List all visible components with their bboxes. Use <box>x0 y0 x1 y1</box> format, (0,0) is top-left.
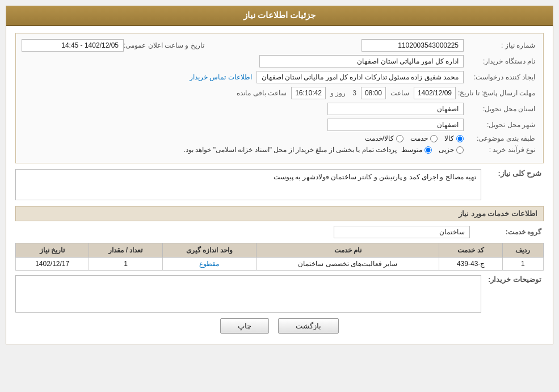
service-table: ردیف کد خدمت نام خدمت واحد اندازه گیری ت… <box>15 243 544 271</box>
deadline-label: مهلت ارسال پاسخ: تا تاریخ: <box>458 89 537 97</box>
province-label: استان محل تحویل: <box>464 105 537 113</box>
services-section-title: اطلاعات خدمات مورد نیاز <box>15 206 544 221</box>
deadline-remaining-time: 16:10:42 <box>291 87 326 99</box>
row-category: طبقه بندی موضوعی: کالا خدمت کالا/خدمت <box>22 134 537 142</box>
service-group-label: گروه خدمت: <box>470 228 544 236</box>
city-value: اصفهان <box>327 119 464 131</box>
row-service-group: گروه خدمت: ساختمان <box>15 226 544 238</box>
purchase-radio-motavaset[interactable] <box>424 146 432 154</box>
col-rownum: ردیف <box>502 243 543 258</box>
cell-service-code: ج-43-439 <box>439 258 502 271</box>
col-service-name: نام خدمت <box>257 243 439 258</box>
purchase-option-jozi: جزیی <box>439 146 464 154</box>
row-creator: ایجاد کننده درخواست: محمد شفیق زاده مسئو… <box>22 71 537 83</box>
cell-unit: مقطوع <box>162 258 257 271</box>
announcement-value: 1402/12/05 - 14:45 <box>22 39 124 52</box>
purchase-note: پرداخت تمام یا بخشی از مبلغ خریدار از مح… <box>184 146 397 154</box>
category-radio-kala[interactable] <box>456 135 464 142</box>
buttons-row: بازگشت چاپ <box>15 318 544 334</box>
deadline-date: 1402/12/09 <box>414 87 456 99</box>
page-wrapper: جزئیات اطلاعات نیاز شماره نیاز : 1102003… <box>0 0 559 392</box>
col-date: تاریخ نیاز <box>16 243 89 258</box>
col-service-code: کد خدمت <box>439 243 502 258</box>
print-button[interactable]: چاپ <box>220 318 269 334</box>
description-section: شرح کلی نیاز: تهیه مصالح و اجرای کمد و پ… <box>15 169 544 200</box>
buyer-notes-textarea[interactable] <box>15 275 481 313</box>
category-radio-kala-khedmat[interactable] <box>396 135 404 142</box>
creator-value: محمد شفیق زاده مسئول تداركات اداره كل ام… <box>257 71 464 83</box>
purchase-type-label: نوع فرآیند خرید : <box>464 146 537 154</box>
category-label: طبقه بندی موضوعی: <box>464 134 537 142</box>
deadline-remaining-days-value: 3 <box>352 89 356 97</box>
row-request-number: شماره نیاز : 1102003543000225 تاریخ و سا… <box>22 39 537 52</box>
creator-label: ایجاد کننده درخواست: <box>464 73 537 81</box>
deadline-time-label: ساعت <box>390 89 409 97</box>
description-label: شرح کلی نیاز: <box>481 169 544 178</box>
info-section-top: شماره نیاز : 1102003543000225 تاریخ و سا… <box>15 33 544 163</box>
buyer-notes-section: توضیحات خریدار: <box>15 275 544 313</box>
header-title: جزئیات اطلاعات نیاز <box>243 10 316 20</box>
category-radio-group: کالا خدمت کالا/خدمت <box>365 134 464 142</box>
back-button[interactable]: بازگشت <box>278 318 339 334</box>
cell-quantity: 1 <box>89 258 162 271</box>
category-option-kala-khedmat: کالا/خدمت <box>365 134 404 142</box>
purchase-type-radio-group: جزیی متوسط <box>401 146 464 154</box>
row-city: شهر محل تحویل: اصفهان <box>22 119 537 131</box>
table-row: 1 ج-43-439 سایر فعالیت‌های تخصصی ساختمان… <box>16 258 544 271</box>
category-option-kala: کالا <box>444 134 464 142</box>
row-buyer-org: نام دستگاه خریدار: اداره کل امور مالیاتی… <box>22 55 537 68</box>
card-header: جزئیات اطلاعات نیاز <box>6 6 553 26</box>
request-number-value: 1102003543000225 <box>362 39 464 52</box>
description-value: تهیه مصالح و اجرای کمد و پارتیشن و کانتر… <box>15 169 481 200</box>
city-label: شهر محل تحویل: <box>464 121 537 129</box>
col-quantity: تعداد / مقدار <box>89 243 162 258</box>
cell-rownum: 1 <box>502 258 543 271</box>
col-unit: واحد اندازه گیری <box>162 243 257 258</box>
province-value: اصفهان <box>327 103 464 115</box>
creator-link[interactable]: اطلاعات تماس خریدار <box>190 73 252 81</box>
deadline-remaining-suffix: ساعت باقی مانده <box>237 89 287 97</box>
category-option-khedmat: خدمت <box>410 134 438 142</box>
row-province: استان محل تحویل: اصفهان <box>22 103 537 115</box>
row-purchase-type: نوع فرآیند خرید : جزیی متوسط پرداخت تمام… <box>22 146 537 154</box>
request-number-label: شماره نیاز : <box>464 41 537 49</box>
cell-date: 1402/12/17 <box>16 258 89 271</box>
category-radio-khedmat[interactable] <box>430 135 438 142</box>
deadline-remaining-label: روز و <box>330 89 346 97</box>
service-group-value: ساختمان <box>334 226 470 238</box>
deadline-time: 08:00 <box>361 87 386 99</box>
announcement-label: تاریخ و ساعت اعلان عمومی: <box>124 41 207 49</box>
purchase-radio-jozi[interactable] <box>456 146 464 154</box>
main-card: جزئیات اطلاعات نیاز شماره نیاز : 1102003… <box>6 6 553 344</box>
purchase-option-motavaset: متوسط <box>401 146 432 154</box>
card-body: شماره نیاز : 1102003543000225 تاریخ و سا… <box>6 26 553 344</box>
row-deadline: مهلت ارسال پاسخ: تا تاریخ: 1402/12/09 سا… <box>22 87 537 99</box>
buyer-notes-label: توضیحات خریدار: <box>481 275 544 284</box>
cell-service-name: سایر فعالیت‌های تخصصی ساختمان <box>257 258 439 271</box>
buyer-org-label: نام دستگاه خریدار: <box>464 57 537 65</box>
buyer-org-value: اداره کل امور مالیاتی استان اصفهان <box>259 55 464 68</box>
